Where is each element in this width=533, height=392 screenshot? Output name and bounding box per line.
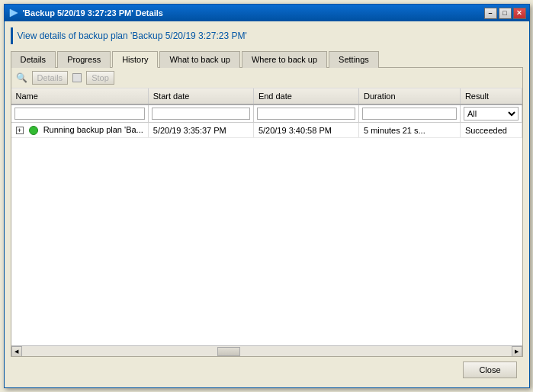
col-end-date: End date bbox=[253, 88, 358, 104]
stop-button-label: Stop bbox=[92, 73, 109, 82]
table-header-row: Name Start date End date Duration bbox=[11, 88, 522, 104]
table-container: Name Start date End date Duration bbox=[11, 88, 522, 345]
tab-where-to-back-up[interactable]: Where to back up bbox=[242, 51, 327, 68]
subtitle-text: View details of backup plan 'Backup 5/20… bbox=[18, 31, 247, 41]
filter-end-date-cell bbox=[253, 104, 358, 123]
scroll-right-arrow[interactable]: ▶ bbox=[512, 346, 522, 357]
tab-progress[interactable]: Progress bbox=[57, 51, 111, 68]
minimize-button[interactable]: – bbox=[484, 8, 497, 19]
filter-start-date-input[interactable] bbox=[152, 108, 250, 120]
filter-start-date-cell bbox=[148, 104, 253, 123]
svg-marker-0 bbox=[10, 9, 18, 17]
scroll-thumb[interactable] bbox=[217, 347, 240, 356]
details-button[interactable]: Details bbox=[32, 71, 69, 85]
window-controls: – □ ✕ bbox=[484, 8, 526, 19]
tab-details[interactable]: Details bbox=[11, 51, 56, 68]
tabs-container: Details Progress History What to back up… bbox=[11, 50, 523, 68]
filter-duration-input[interactable] bbox=[362, 108, 457, 120]
tab-history[interactable]: History bbox=[112, 51, 158, 68]
col-start-date: Start date bbox=[148, 88, 253, 104]
filter-result-cell: All Succeeded Failed bbox=[460, 104, 522, 123]
main-panel: 🔍 Details Stop Name bbox=[11, 68, 523, 357]
col-name: Name bbox=[11, 88, 149, 104]
footer: Close bbox=[11, 357, 523, 381]
table-body: + Running backup plan 'Ba... 5/20/19 3:3… bbox=[11, 123, 522, 138]
filter-name-input[interactable] bbox=[14, 108, 145, 120]
stop-button[interactable]: Stop bbox=[86, 71, 114, 85]
cell-result: Succeeded bbox=[460, 123, 522, 138]
cell-end-date: 5/20/19 3:40:58 PM bbox=[253, 123, 358, 138]
scroll-left-arrow[interactable]: ◀ bbox=[11, 346, 22, 357]
toolbar: 🔍 Details Stop bbox=[11, 68, 522, 88]
filter-duration-cell bbox=[358, 104, 460, 123]
filter-name-cell bbox=[11, 104, 149, 123]
scroll-track[interactable] bbox=[22, 347, 512, 356]
filter-row: All Succeeded Failed bbox=[11, 104, 522, 123]
row-expander[interactable]: + bbox=[16, 127, 24, 134]
horizontal-scrollbar[interactable]: ◀ ▶ bbox=[11, 345, 522, 356]
content-area: View details of backup plan 'Backup 5/20… bbox=[5, 21, 529, 387]
maximize-button[interactable]: □ bbox=[499, 8, 512, 19]
title-bar: 'Backup 5/20/19 3:27:23 PM' Details – □ … bbox=[5, 5, 529, 21]
window-title: 'Backup 5/20/19 3:27:23 PM' Details bbox=[23, 8, 484, 18]
row-name-text: Running backup plan 'Ba... bbox=[43, 125, 143, 134]
stop-checkbox[interactable] bbox=[72, 73, 82, 82]
col-duration: Duration bbox=[358, 88, 460, 104]
main-window: 'Backup 5/20/19 3:27:23 PM' Details – □ … bbox=[4, 4, 530, 388]
cell-name: + Running backup plan 'Ba... bbox=[11, 123, 149, 138]
table-row[interactable]: + Running backup plan 'Ba... 5/20/19 3:3… bbox=[11, 123, 522, 138]
details-button-label: Details bbox=[37, 73, 63, 82]
search-icon: 🔍 bbox=[16, 72, 27, 83]
status-icon bbox=[29, 126, 38, 135]
col-result: Result bbox=[460, 88, 522, 104]
filter-end-date-input[interactable] bbox=[257, 108, 355, 120]
tab-what-to-back-up[interactable]: What to back up bbox=[159, 51, 240, 68]
tab-settings[interactable]: Settings bbox=[329, 51, 379, 68]
filter-result-select[interactable]: All Succeeded Failed bbox=[464, 107, 519, 120]
cell-duration: 5 minutes 21 s... bbox=[358, 123, 460, 138]
close-button[interactable]: Close bbox=[463, 361, 516, 378]
window-icon bbox=[8, 7, 20, 19]
window-close-button[interactable]: ✕ bbox=[513, 8, 526, 19]
history-table: Name Start date End date Duration bbox=[11, 88, 522, 138]
subtitle-bar: View details of backup plan 'Backup 5/20… bbox=[11, 27, 523, 44]
cell-start-date: 5/20/19 3:35:37 PM bbox=[148, 123, 253, 138]
